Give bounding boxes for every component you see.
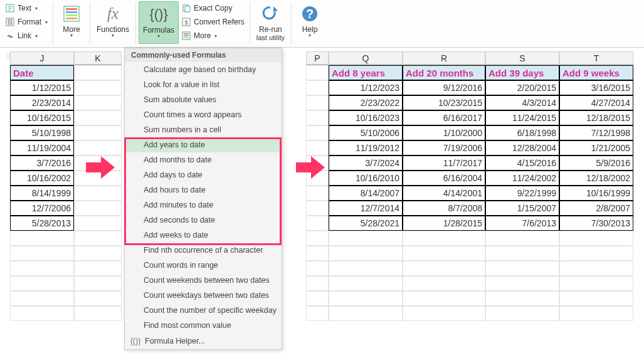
left-cell-8[interactable]: 12/7/2006 xyxy=(10,201,74,216)
right-cell-5-1[interactable]: 11/7/2017 xyxy=(403,155,485,171)
right-cell-7-1[interactable]: 4/14/2001 xyxy=(403,186,485,201)
empty[interactable] xyxy=(485,246,559,261)
cell-k-9[interactable] xyxy=(74,216,122,231)
dropdown-item-add-days-to-date[interactable]: Add days to date xyxy=(125,167,282,182)
right-cell-7-2[interactable]: 9/22/1999 xyxy=(485,186,559,201)
more-button-2[interactable]: More▾ xyxy=(179,29,247,43)
colheader-k[interactable]: K xyxy=(74,51,122,65)
right-cell-9-3[interactable]: 7/30/2013 xyxy=(559,216,633,231)
right-cell-7-0[interactable]: 8/14/2007 xyxy=(329,186,403,201)
empty[interactable] xyxy=(10,261,74,276)
right-cell-4-0[interactable]: 11/19/2012 xyxy=(329,140,403,155)
right-cell-8-0[interactable]: 12/7/2014 xyxy=(329,201,403,216)
dropdown-item-calculate-age-based-on-birthday[interactable]: Calculate age based on birthday xyxy=(125,62,282,77)
empty[interactable] xyxy=(329,291,403,306)
right-cell-5-2[interactable]: 4/15/2016 xyxy=(485,155,559,171)
right-cell-6-3[interactable]: 12/18/2002 xyxy=(559,171,633,186)
link-button[interactable]: Link▾ xyxy=(3,29,50,43)
formulas-button[interactable]: {()} Formulas ▾ xyxy=(139,1,179,44)
formula-helper-item[interactable]: {()} Formula Helper... xyxy=(125,333,282,349)
empty[interactable] xyxy=(559,291,633,306)
functions-button[interactable]: fx Functions ▾ xyxy=(93,1,133,44)
left-cell-1[interactable]: 2/23/2014 xyxy=(10,95,74,110)
empty[interactable] xyxy=(403,291,485,306)
right-cell-0-0[interactable]: 1/12/2023 xyxy=(329,80,403,95)
left-cell-7[interactable]: 8/14/1999 xyxy=(10,186,74,201)
empty[interactable] xyxy=(485,261,559,276)
cell-p-8[interactable] xyxy=(306,201,329,216)
left-cell-0[interactable]: 1/12/2015 xyxy=(10,80,74,95)
cell-p-1[interactable] xyxy=(306,95,329,110)
empty[interactable] xyxy=(306,246,329,261)
dropdown-item-add-weeks-to-date[interactable]: Add weeks to date xyxy=(125,228,282,243)
cell-p[interactable] xyxy=(306,65,329,80)
left-cell-2[interactable]: 10/16/2015 xyxy=(10,110,74,125)
colheader-s[interactable]: S xyxy=(485,51,559,65)
right-cell-1-2[interactable]: 4/3/2014 xyxy=(485,95,559,110)
empty[interactable] xyxy=(559,261,633,276)
colheader-q[interactable]: Q xyxy=(329,51,403,65)
right-cell-1-0[interactable]: 2/23/2022 xyxy=(329,95,403,110)
empty[interactable] xyxy=(74,306,122,321)
empty[interactable] xyxy=(329,261,403,276)
left-cell-9[interactable]: 5/28/2013 xyxy=(10,216,74,231)
exact-copy-button[interactable]: Exact Copy xyxy=(179,1,247,15)
right-cell-7-3[interactable]: 10/16/1999 xyxy=(559,186,633,201)
dropdown-item-count-weekends-between-two-dates[interactable]: Count weekends between two dates xyxy=(125,273,282,288)
dropdown-item-add-months-to-date[interactable]: Add months to date xyxy=(125,152,282,167)
cell-k-8[interactable] xyxy=(74,201,122,216)
cell-p-3[interactable] xyxy=(306,125,329,140)
right-cell-6-1[interactable]: 6/16/2004 xyxy=(403,171,485,186)
dropdown-item-count-the-number-of-specific-weekday[interactable]: Count the number of specific weekday xyxy=(125,303,282,318)
empty[interactable] xyxy=(74,246,122,261)
dropdown-item-count-words-in-range[interactable]: Count words in range xyxy=(125,258,282,273)
right-header-1[interactable]: Add 20 months xyxy=(403,65,485,80)
empty[interactable] xyxy=(74,261,122,276)
empty[interactable] xyxy=(306,261,329,276)
empty[interactable] xyxy=(403,261,485,276)
dropdown-item-look-for-a-value-in-list[interactable]: Look for a value in list xyxy=(125,77,282,92)
rerun-button[interactable]: Re-run last utility xyxy=(253,1,288,44)
empty[interactable] xyxy=(306,306,329,321)
right-cell-3-0[interactable]: 5/10/2006 xyxy=(329,125,403,140)
empty[interactable] xyxy=(74,291,122,306)
cell-p-9[interactable] xyxy=(306,216,329,231)
right-cell-0-1[interactable]: 9/12/2016 xyxy=(403,80,485,95)
colheader-j[interactable]: J xyxy=(10,51,74,65)
cell-k-6[interactable] xyxy=(74,171,122,186)
empty[interactable] xyxy=(559,231,633,246)
empty[interactable] xyxy=(329,276,403,291)
right-cell-3-2[interactable]: 6/18/1998 xyxy=(485,125,559,140)
right-cell-9-0[interactable]: 5/28/2021 xyxy=(329,216,403,231)
empty[interactable] xyxy=(485,306,559,321)
right-header-0[interactable]: Add 8 years xyxy=(329,65,403,80)
cell-k-1[interactable] xyxy=(74,95,122,110)
convert-refers-button[interactable]: $ Convert Refers xyxy=(179,15,247,29)
right-cell-9-2[interactable]: 7/6/2013 xyxy=(485,216,559,231)
text-button[interactable]: Text▾ xyxy=(3,1,50,15)
empty[interactable] xyxy=(559,246,633,261)
right-cell-3-3[interactable]: 7/12/1998 xyxy=(559,125,633,140)
empty[interactable] xyxy=(403,231,485,246)
empty[interactable] xyxy=(74,276,122,291)
dropdown-item-find-most-common-value[interactable]: Find most common value xyxy=(125,318,282,333)
right-cell-4-1[interactable]: 7/19/2006 xyxy=(403,140,485,155)
cell-k-5[interactable] xyxy=(74,155,122,171)
empty[interactable] xyxy=(329,231,403,246)
right-cell-4-3[interactable]: 1/21/2005 xyxy=(559,140,633,155)
right-cell-2-0[interactable]: 10/16/2023 xyxy=(329,110,403,125)
right-cell-5-0[interactable]: 3/7/2024 xyxy=(329,155,403,171)
cell-k[interactable] xyxy=(74,65,122,80)
right-cell-1-1[interactable]: 10/23/2015 xyxy=(403,95,485,110)
cell-p-2[interactable] xyxy=(306,110,329,125)
cell-p-4[interactable] xyxy=(306,140,329,155)
empty[interactable] xyxy=(306,231,329,246)
dropdown-item-sum-absolute-values[interactable]: Sum absolute values xyxy=(125,92,282,107)
cell-k-7[interactable] xyxy=(74,186,122,201)
cell-k-0[interactable] xyxy=(74,80,122,95)
cell-k-3[interactable] xyxy=(74,125,122,140)
empty[interactable] xyxy=(10,231,74,246)
empty[interactable] xyxy=(403,276,485,291)
colheader-t[interactable]: T xyxy=(559,51,633,65)
right-cell-8-1[interactable]: 8/7/2008 xyxy=(403,201,485,216)
